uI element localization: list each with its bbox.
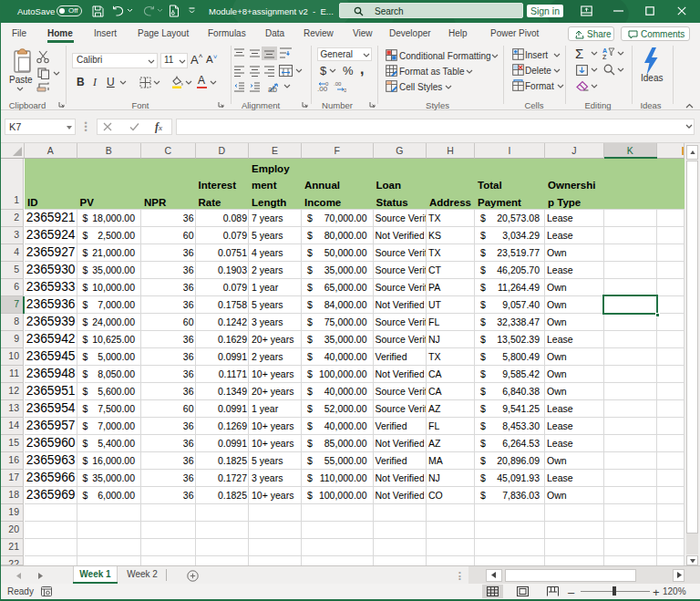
svg-text:0: 0 xyxy=(344,88,346,92)
svg-text:0: 0 xyxy=(325,81,329,87)
svg-text:Z: Z xyxy=(602,54,607,59)
svg-text:A: A xyxy=(602,47,607,54)
svg-text:.00: .00 xyxy=(334,81,342,87)
svg-text:ab: ab xyxy=(268,85,277,93)
